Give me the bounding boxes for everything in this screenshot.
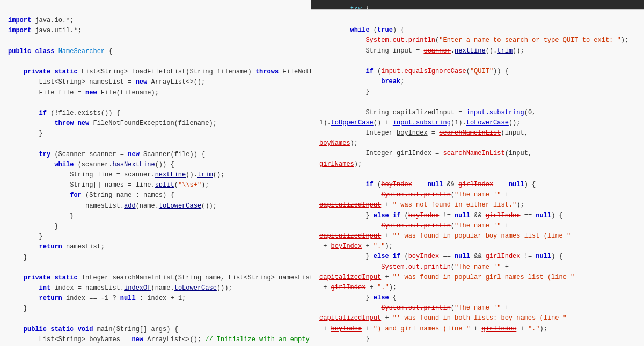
dark-code-block: try { girlNames = loadFileToList("GirlNa… [319, 4, 636, 9]
left-code-panel[interactable]: import java.io.*; import java.util.*; pu… [0, 0, 311, 346]
right-code-panel[interactable]: while (true) { System.out.println("Enter… [311, 10, 644, 346]
right-code-block: while (true) { System.out.println("Enter… [319, 15, 636, 346]
left-code-block: import java.io.*; import java.util.*; pu… [8, 5, 303, 346]
dark-code-panel: try { girlNames = loadFileToList("GirlNa… [311, 0, 644, 9]
right-panel-container: try { girlNames = loadFileToList("GirlNa… [311, 0, 644, 346]
